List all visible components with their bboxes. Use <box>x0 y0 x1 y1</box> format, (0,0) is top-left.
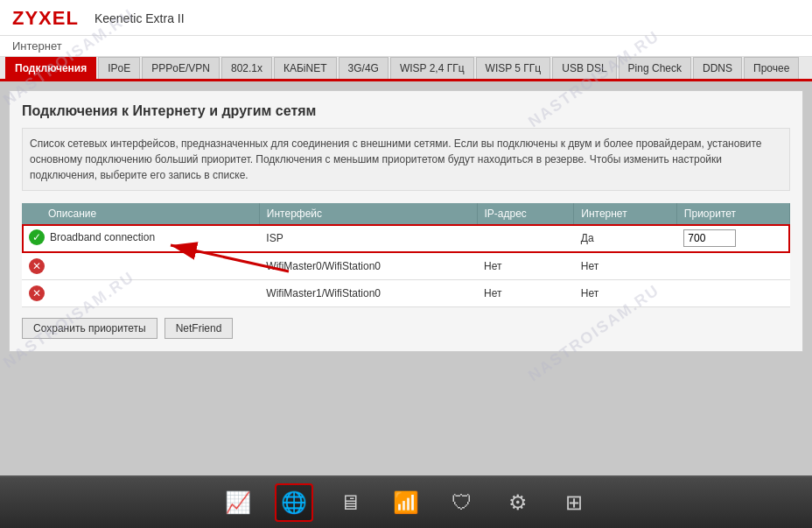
main-content: Подключения к Интернету и другим сетям С… <box>9 90 803 352</box>
cell-description: ✕ <box>22 280 259 306</box>
tab-usb-dsl[interactable]: USB DSL <box>552 57 616 79</box>
breadcrumb-text: Интернет <box>12 39 62 53</box>
cell-ip <box>477 224 574 253</box>
tabs-bar: ПодключенияIPoEPPPoE/VPN802.1xКАБiNET3G/… <box>0 57 812 81</box>
tab-------[interactable]: Прочее <box>744 57 799 79</box>
cell-interface: WifiMaster0/WifiStation0 <box>259 253 477 280</box>
signal-icon[interactable]: 📶 <box>387 483 425 522</box>
col-header-интернет: Интернет <box>574 203 677 224</box>
cell-ip: Нет <box>477 280 574 307</box>
status-x-icon: ✕ <box>29 285 45 301</box>
btn---------------------[interactable]: Сохранить приоритеты <box>22 318 158 339</box>
brand-subtitle: Keenetic Extra II <box>94 11 185 25</box>
grid-icon[interactable]: ⊞ <box>555 483 593 522</box>
tab-802-1x[interactable]: 802.1x <box>221 57 272 79</box>
cell-priority[interactable] <box>676 280 789 307</box>
cell-priority[interactable] <box>676 224 789 253</box>
status-ok-icon: ✓ <box>29 229 45 245</box>
table-row[interactable]: ✕WifiMaster0/WifiStation0НетНет <box>22 253 790 280</box>
chart-icon[interactable]: 📈 <box>219 483 257 522</box>
connections-table: ОписаниеИнтерфейсIP-адресИнтернетПриорит… <box>22 203 790 307</box>
cell-priority[interactable] <box>676 253 789 280</box>
breadcrumb: Интернет <box>0 36 812 57</box>
cell-internet: Нет <box>574 280 677 307</box>
table-row[interactable]: ✕WifiMaster1/WifiStation0НетНет <box>22 280 790 307</box>
btn-netfriend[interactable]: NetFriend <box>164 318 234 339</box>
cell-description: ✕ <box>22 253 259 279</box>
cell-interface: ISP <box>259 224 477 253</box>
table-row[interactable]: ✓Broadband connectionISPДа <box>22 224 790 253</box>
description-text: Список сетевых интерфейсов, предназначен… <box>22 128 790 191</box>
tab-ping-check[interactable]: Ping Check <box>619 57 691 79</box>
tab-wisp-2-4----[interactable]: WISP 2,4 ГГц <box>390 57 474 79</box>
status-x-icon: ✕ <box>29 258 45 274</box>
col-header-ip-адрес: IP-адрес <box>477 203 574 224</box>
col-header-интерфейс: Интерфейс <box>259 203 477 224</box>
cell-ip: Нет <box>477 253 574 280</box>
taskbar: 📈🌐🖥📶🛡⚙⊞ <box>0 475 812 528</box>
header: ZYXEL Keenetic Extra II <box>0 0 812 36</box>
tab-ipoe[interactable]: IPoE <box>98 57 140 79</box>
priority-input[interactable] <box>683 229 736 247</box>
button-row: Сохранить приоритетыNetFriend <box>22 318 790 339</box>
cell-interface: WifiMaster1/WifiStation0 <box>259 280 477 307</box>
page-title: Подключения к Интернету и другим сетям <box>22 103 790 119</box>
description-text: Broadband connection <box>50 231 155 243</box>
cell-internet: Да <box>574 224 677 253</box>
col-header-приоритет: Приоритет <box>676 203 789 224</box>
cell-description: ✓Broadband connection <box>22 224 259 250</box>
tab-ddns[interactable]: DDNS <box>693 57 742 79</box>
shield-icon[interactable]: 🛡 <box>443 483 481 522</box>
tab------------[interactable]: Подключения <box>5 57 96 79</box>
globe-icon[interactable]: 🌐 <box>275 483 313 522</box>
gear-icon[interactable]: ⚙ <box>499 483 537 522</box>
brand-logo: ZYXEL <box>12 7 79 30</box>
tab-3g-4g[interactable]: 3G/4G <box>339 57 388 79</box>
col-header-описание: Описание <box>22 203 259 224</box>
cell-internet: Нет <box>574 253 677 280</box>
tab-wisp-5----[interactable]: WISP 5 ГГц <box>476 57 551 79</box>
monitor-icon[interactable]: 🖥 <box>331 483 369 522</box>
tab----inet[interactable]: КАБiNET <box>274 57 337 79</box>
tab-pppoe-vpn[interactable]: PPPoE/VPN <box>142 57 220 79</box>
